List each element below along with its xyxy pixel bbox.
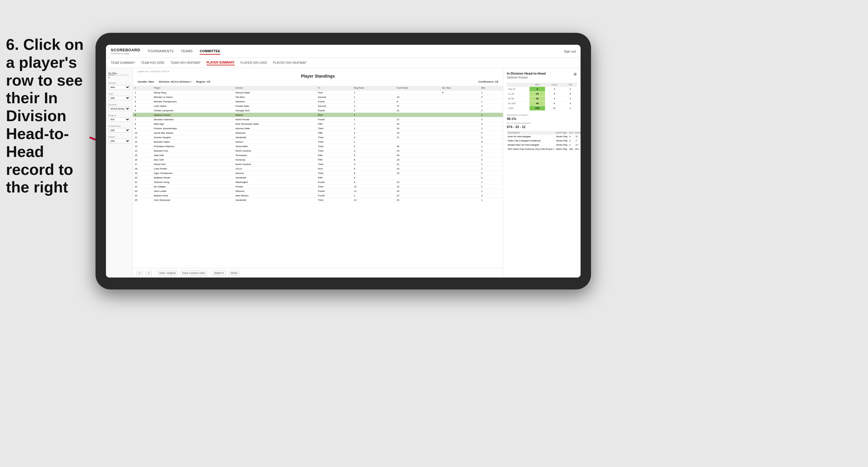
tournament-cell-type: Stroke Play	[555, 134, 568, 139]
cell-win: 1	[479, 166, 503, 171]
sign-out-button[interactable]: Sign out	[564, 50, 576, 53]
top-nav: SCOREBOARD Powered by clippi TOURNAMENTS…	[106, 45, 581, 58]
cell-player: Brendan Valles	[152, 139, 234, 144]
region-select[interactable]: N/A	[108, 117, 130, 122]
cell-num: 3	[133, 99, 152, 104]
watch-btn[interactable]: Watch ▾	[212, 271, 226, 275]
cell-rds	[440, 139, 479, 144]
h2h-cell-loss: 6	[545, 101, 563, 106]
cell-conf: 27	[395, 117, 440, 122]
cell-num: 24	[133, 193, 152, 198]
table-row[interactable]: 2 Michael La Sasso Ole Miss Second 1 19 …	[133, 95, 503, 99]
cell-player: Christo Lamprecht	[152, 108, 234, 113]
division-filter[interactable]: Division NCAA Division I	[108, 103, 130, 111]
nav-tournaments[interactable]: TOURNAMENTS	[148, 48, 174, 55]
table-row[interactable]: 9 Preston Summerhays Arizona State Third…	[133, 126, 503, 131]
table-row[interactable]: 1 Wenyi Ding Arizona State First 1 8 1	[133, 90, 503, 95]
h2h-cell-tie: 2	[563, 87, 577, 92]
table-row[interactable]: 17 David Ford North Carolina Third 5 21 …	[133, 162, 503, 166]
cell-conf: 8	[395, 99, 440, 104]
year-filter[interactable]: Year (All)	[108, 93, 130, 100]
table-row[interactable]: 20 Matthew Riedel Vanderbilt Fifth 8 0	[133, 176, 503, 180]
cell-reg: 10	[352, 184, 395, 189]
h2h-row: 51-100 46 6 3	[507, 101, 577, 106]
cell-conf: 26	[395, 153, 440, 158]
share-btn[interactable]: Share	[228, 271, 240, 275]
table-row[interactable]: 24 Bastien Amat New Mexico Fourth 1 27 2	[133, 193, 503, 198]
col-yr: Yr	[316, 86, 352, 90]
cell-yr: Second	[316, 95, 352, 99]
cell-win: 1	[479, 90, 503, 95]
view-original-btn[interactable]: View: Original	[157, 271, 178, 275]
cell-yr: Fourth	[316, 193, 352, 198]
table-row[interactable]: 11 Gordon Sargent Vanderbilt Third 4 21 …	[133, 135, 503, 139]
table-row[interactable]: 3 Michael Thorbjornsen Stanford Fourth 1…	[133, 99, 503, 104]
cell-num: 1	[133, 90, 152, 95]
subnav-team-h2h-heatmap[interactable]: TEAM H2H HEATMAP	[170, 61, 200, 65]
cell-rds	[440, 131, 479, 135]
table-row[interactable]: 7 Nicholas Gabrelick North Florida Fourt…	[133, 117, 503, 122]
gender-filter[interactable]: Gender Men	[108, 82, 130, 90]
tournament-header-row: Tournament Event Type Pos Score	[507, 131, 581, 134]
cell-yr: Third	[316, 184, 352, 189]
save-custom-btn[interactable]: Save Custom View	[180, 271, 207, 275]
cell-win: 1	[479, 99, 503, 104]
table-row[interactable]: 14 Maxwell Ford North Carolina Third 3 2…	[133, 149, 503, 153]
subnav-player-summary[interactable]: PLAYER SUMMARY	[207, 60, 235, 65]
table-row[interactable]: 19 Tiger Christensen Arizona Third 8 23 …	[133, 171, 503, 176]
table-row[interactable]: 16 Alex Goff Kentucky Fifth 8 19 0	[133, 158, 503, 162]
player-select[interactable]: (All)	[108, 139, 130, 143]
table-row[interactable]: 4 Luke Claton Florida State Second 1 27 …	[133, 104, 503, 108]
h2h-close-button[interactable]: ⊗	[574, 72, 577, 76]
cell-win: 1	[479, 180, 503, 184]
cell-player: Phichaksn Maichon	[152, 144, 234, 149]
cell-num: 4	[133, 104, 152, 108]
gender-select[interactable]: Men	[108, 85, 130, 90]
conference-select[interactable]: (All)	[108, 128, 130, 132]
table-row[interactable]: 12 Brendan Valles Auburn Third 1 0	[133, 139, 503, 144]
bottom-toolbar: ↩ ↪ View: Original Save Custom View Watc…	[133, 268, 503, 278]
undo-btn[interactable]: ↩	[136, 271, 143, 275]
player-filter[interactable]: Player (All)	[108, 135, 130, 143]
h2h-title: In Division Head-to-Head	[507, 72, 546, 75]
table-row[interactable]: 22 Ian Gilligan Florida Third 10 24 1	[133, 184, 503, 189]
cell-school: North Carolina	[234, 149, 316, 153]
subnav-player-h2h-grid[interactable]: PLAYER H2H GRID	[241, 61, 267, 65]
table-row[interactable]: 5 Christo Lamprecht Georgia Tech Fourth …	[133, 108, 503, 113]
cell-num: 10	[133, 131, 152, 135]
cell-win: 1	[479, 153, 503, 158]
region-filter[interactable]: Region N/A	[108, 114, 130, 122]
subnav-team-h2h-grid[interactable]: TEAM H2H GRID	[141, 61, 164, 65]
cell-conf: 19	[395, 158, 440, 162]
redo-btn[interactable]: ↪	[145, 271, 152, 275]
cell-school: Auburn	[234, 139, 316, 144]
table-row[interactable]: 13 Phichaksn Maichon Texas A&M Third 6 3…	[133, 144, 503, 149]
nav-items: TOURNAMENTS TEAMS COMMITTEE	[148, 48, 564, 55]
nav-committee[interactable]: COMMITTEE	[200, 48, 220, 55]
table-row[interactable]: 10 Jacob Mac Diesen Arkansas Fifth 4 25 …	[133, 131, 503, 135]
cell-school: North Carolina	[234, 162, 316, 166]
table-row[interactable]: 8 Mats Ege East Tennessee State Fifth 1 …	[133, 122, 503, 126]
table-row[interactable]: 21 Taehoon Song Washington Fourth 6 23 1	[133, 180, 503, 184]
cell-conf: 21	[395, 135, 440, 139]
conference-filter[interactable]: Conference (All)	[108, 125, 130, 132]
cell-school: Vanderbilt	[234, 176, 316, 180]
table-row[interactable]: 6 Jackson Koivun Auburn First 1 1	[133, 113, 503, 117]
nav-teams[interactable]: TEAMS	[181, 48, 192, 55]
cell-yr: Third	[316, 162, 352, 166]
no-rds-slider[interactable]: 6	[108, 74, 130, 79]
table-row[interactable]: 23 Jack Lundin Missouri Fourth 11 24 1	[133, 189, 503, 193]
tournament-cell-score: 18-1	[574, 147, 581, 151]
division-select[interactable]: NCAA Division I	[108, 106, 130, 111]
no-rds-filter: No Rds. 6	[108, 72, 130, 79]
cell-player: Wenyi Ding	[152, 90, 234, 95]
subnav-team-summary[interactable]: TEAM SUMMARY	[111, 61, 135, 65]
no-rds-value: 6	[108, 76, 130, 79]
table-row[interactable]: 25 Cole Sherwood Vanderbilt Third 12 23 …	[133, 198, 503, 202]
subnav-player-h2h-heatmap[interactable]: PLAYER H2H HEATMAP	[273, 61, 307, 65]
table-row[interactable]: 18 Luke Powell UCLA First 6 24 1	[133, 166, 503, 171]
cell-player: Jacob Mac Diesen	[152, 131, 234, 135]
players-table: # Player School Yr Reg Rank Conf Rank No…	[133, 86, 503, 202]
year-select[interactable]: (All)	[108, 96, 130, 100]
table-row[interactable]: 15 Jake Hall Tennessee Fifth 5 26 1	[133, 153, 503, 158]
